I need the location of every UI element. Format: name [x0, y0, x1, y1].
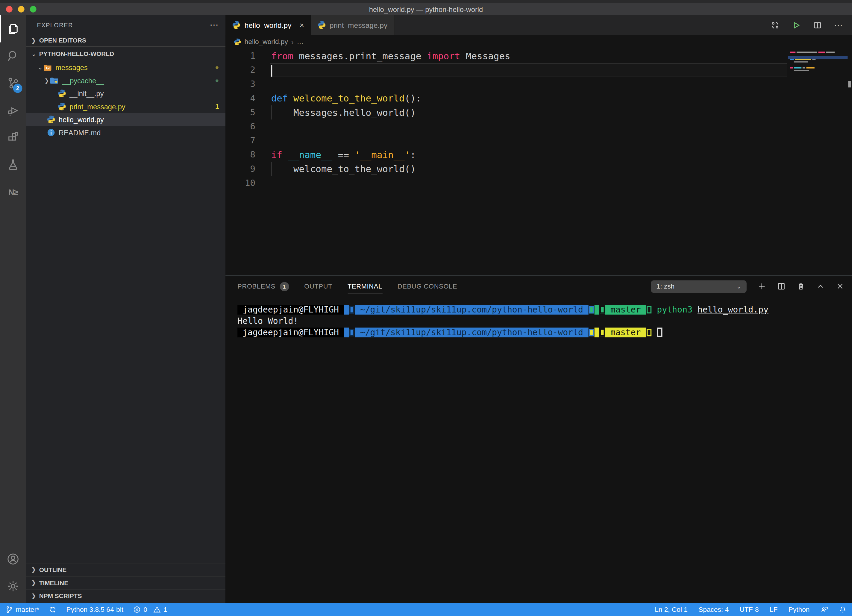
explorer-icon[interactable]: [0, 15, 26, 42]
chevron-right-icon: ❯: [30, 37, 37, 43]
sync-changes-icon[interactable]: [49, 606, 56, 613]
terminal-segment: [692, 305, 698, 315]
code-line: 3: [225, 77, 852, 91]
problems-status[interactable]: 0 1: [133, 606, 167, 613]
tab-terminal[interactable]: TERMINAL: [347, 276, 382, 297]
chevron-right-icon: ❯: [44, 77, 50, 83]
tree-item-init-py[interactable]: __init__.py: [26, 87, 225, 100]
tree-item-readme-md[interactable]: README.md: [26, 126, 225, 139]
new-terminal-icon[interactable]: [757, 282, 766, 291]
code-text: def welcome_to_the_world():: [271, 91, 421, 106]
python-file-icon: [234, 38, 241, 45]
tab-print-message-py[interactable]: print_message.py: [310, 15, 394, 35]
title-bar: hello_world.py — python-hello-world: [0, 0, 852, 15]
line-number: 6: [225, 119, 255, 133]
explorer-more-actions-icon[interactable]: ⋯: [210, 20, 219, 30]
code-line: 8if __name__ == '__main__':: [225, 148, 852, 162]
code-text: from messages.print_message import Messa…: [271, 49, 511, 63]
code-token: __name__: [288, 149, 332, 160]
npm-scripts-section[interactable]: ❯ NPM SCRIPTS: [26, 589, 225, 602]
line-number: 10: [225, 176, 255, 190]
feedback-icon[interactable]: [820, 606, 828, 613]
more-actions-icon[interactable]: ⋯: [834, 20, 843, 30]
scrollbar-thumb[interactable]: [848, 81, 851, 88]
code-token: import: [427, 51, 460, 61]
python-file-icon: [47, 115, 55, 124]
terminal-output[interactable]: jagdeepjain@FLYHIGH ~/git/ski11up/ski11u…: [225, 297, 852, 603]
editor-cursor: [271, 65, 272, 77]
tab-debug-console[interactable]: DEBUG CONSOLE: [397, 276, 457, 297]
folder-python-icon: [50, 76, 59, 85]
tree-item-messages[interactable]: ⌄ messages ●: [26, 61, 225, 74]
terminal-segment: [652, 305, 657, 315]
git-branch-status[interactable]: master*: [5, 606, 39, 613]
missing-glyph-box: [600, 306, 605, 313]
tree-item-print-message-py[interactable]: print_message.py 1: [26, 100, 225, 113]
kill-terminal-icon[interactable]: [797, 282, 805, 291]
terminal-segment: python3: [657, 305, 692, 315]
testing-icon[interactable]: [0, 151, 26, 178]
split-editor-icon[interactable]: [813, 20, 822, 30]
code-token: :: [410, 149, 416, 160]
editor-actions: ⋯: [770, 15, 852, 35]
chevron-right-icon: ❯: [30, 580, 37, 586]
run-debug-icon[interactable]: [0, 97, 26, 124]
missing-glyph-box: [647, 329, 651, 336]
terminal-segment: [344, 328, 349, 337]
terminal-shell-select[interactable]: 1: zsh ⌄: [651, 280, 746, 293]
bottom-panel: PROBLEMS 1 OUTPUT TERMINAL DEBUG CONSOLE: [225, 275, 852, 603]
line-number: 4: [225, 91, 255, 106]
open-editors-section[interactable]: ❯ OPEN EDITORS: [26, 34, 225, 47]
open-changes-icon[interactable]: [770, 20, 780, 30]
run-file-icon[interactable]: [792, 20, 801, 30]
code-token: welcome_to_the_world: [293, 93, 405, 104]
close-panel-icon[interactable]: [836, 282, 844, 291]
eol-status[interactable]: LF: [770, 606, 778, 613]
tree-item-hello-world-py[interactable]: hello_world.py: [26, 113, 225, 126]
tab-hello-world-py[interactable]: hello_world.py ×: [225, 15, 310, 35]
tab-output[interactable]: OUTPUT: [304, 276, 332, 297]
terminal-cursor: [657, 328, 662, 337]
line-number: 8: [225, 148, 255, 162]
sidebar-explorer: EXPLORER ⋯ ❯ OPEN EDITORS ⌄ PYTHON-HELLO…: [26, 15, 225, 603]
outline-section[interactable]: ❯ OUTLINE: [26, 563, 225, 576]
code-token: from: [271, 51, 293, 61]
terminal-line: jagdeepjain@FLYHIGH ~/git/ski11up/ski11u…: [237, 304, 852, 316]
terminal-segment: ~/git/ski11up/ski11up.com/python-hello-w…: [355, 328, 588, 337]
notifications-bell-icon[interactable]: [839, 606, 846, 613]
timeline-section[interactable]: ❯ TIMELINE: [26, 576, 225, 589]
minimap[interactable]: [790, 51, 844, 72]
encoding-status[interactable]: UTF-8: [739, 606, 758, 613]
python-file-icon: [57, 89, 66, 98]
minimize-window-button[interactable]: [18, 6, 24, 12]
terminal-segment: [344, 305, 349, 315]
maximize-panel-icon[interactable]: [816, 282, 825, 291]
line-number: 5: [225, 106, 255, 119]
account-icon[interactable]: [0, 545, 26, 572]
code-text: Messages.hello_world(): [271, 106, 416, 119]
root-folder-section[interactable]: ⌄ PYTHON-HELLO-WORLD: [26, 47, 225, 61]
breadcrumb[interactable]: hello_world.py › …: [225, 35, 852, 49]
terminal-segment: master: [605, 305, 646, 315]
code-line: 4def welcome_to_the_world():: [225, 91, 852, 106]
missing-glyph-box: [350, 306, 355, 313]
tree-item-pycache[interactable]: ❯ __pycache__ ●: [26, 74, 225, 87]
cursor-position-status[interactable]: Ln 2, Col 1: [655, 606, 687, 613]
code-editor[interactable]: 1from messages.print_message import Mess…: [225, 49, 852, 275]
chevron-right-icon: ›: [291, 38, 294, 46]
maximize-window-button[interactable]: [30, 6, 36, 12]
language-mode-status[interactable]: Python: [789, 606, 810, 613]
notebook-icon[interactable]: N≥: [0, 178, 26, 205]
extensions-icon[interactable]: [0, 124, 26, 151]
indentation-status[interactable]: Spaces: 4: [698, 606, 729, 613]
tab-problems[interactable]: PROBLEMS 1: [237, 276, 289, 297]
close-tab-icon[interactable]: ×: [300, 21, 304, 29]
settings-icon[interactable]: [0, 572, 26, 600]
python-file-icon: [57, 102, 66, 111]
close-window-button[interactable]: [6, 6, 12, 12]
search-icon[interactable]: [0, 42, 26, 70]
split-terminal-icon[interactable]: [777, 282, 786, 291]
tab-bar: hello_world.py × print_message.py: [225, 15, 852, 35]
source-control-icon[interactable]: 2: [0, 69, 26, 97]
python-interpreter-status[interactable]: Python 3.8.5 64-bit: [66, 606, 123, 613]
